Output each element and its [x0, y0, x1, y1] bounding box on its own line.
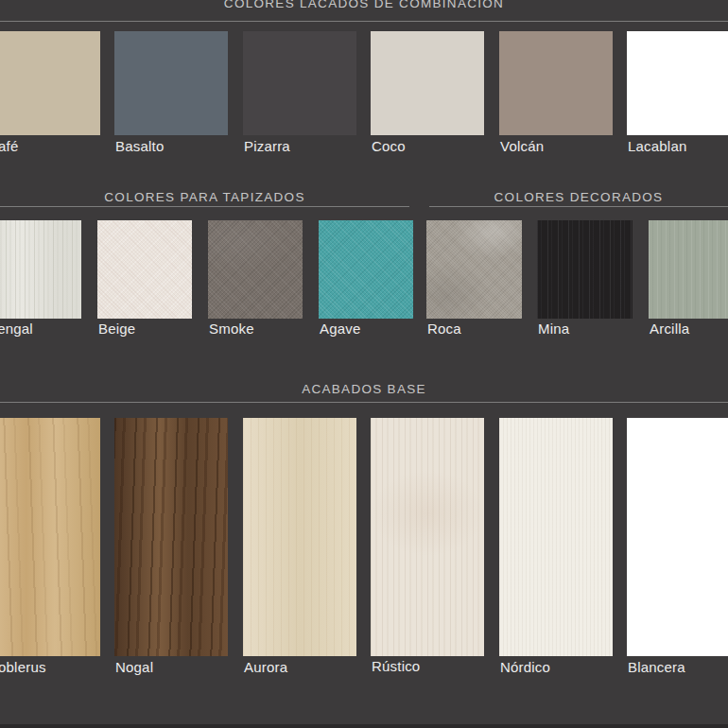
swatch-pizarra[interactable]	[243, 31, 356, 135]
swatch-roblerus[interactable]	[0, 418, 100, 656]
swatch-label-roca: Roca	[427, 321, 461, 337]
swatch-bengal[interactable]	[0, 220, 81, 319]
swatch-arcilla[interactable]	[649, 220, 728, 319]
swatch-label-cafe: Café	[0, 138, 19, 154]
swatch-label-basalto: Basalto	[115, 138, 164, 154]
section-title-lacados: COLORES LACADOS DE COMBINACIÓN	[0, 0, 728, 11]
swatch-rustico[interactable]	[371, 418, 484, 656]
section-rule-tapizados	[0, 206, 409, 207]
section-rule-lacados	[0, 21, 728, 22]
swatch-label-volcan: Volcán	[500, 138, 544, 154]
section-title-tapizados: COLORES PARA TAPIZADOS	[0, 190, 409, 205]
section-title-acabados: ACABADOS BASE	[0, 382, 728, 397]
swatch-label-beige: Beige	[98, 321, 135, 337]
swatch-label-mina: Mina	[538, 321, 569, 337]
swatch-label-lacablan: Lacablan	[628, 138, 687, 154]
swatch-label-bengal: Bengal	[0, 321, 33, 337]
swatch-volcan[interactable]	[499, 31, 613, 135]
swatch-beige[interactable]	[97, 220, 192, 319]
section-title-decorados: COLORES DECORADOS	[429, 190, 728, 205]
page-bottom-edge	[0, 724, 728, 728]
swatch-label-blancera: Blancera	[628, 659, 685, 675]
swatch-aurora[interactable]	[243, 418, 356, 656]
swatch-nordico[interactable]	[499, 418, 613, 656]
swatch-label-agave: Agave	[320, 321, 361, 337]
swatch-label-nordico: Nórdico	[500, 659, 550, 675]
swatch-label-pizarra: Pizarra	[244, 138, 290, 154]
section-rule-decorados	[429, 206, 728, 207]
finishes-catalog-page: COLORES LACADOS DE COMBINACIÓN Café Basa…	[0, 0, 728, 728]
swatch-basalto[interactable]	[114, 31, 228, 135]
swatch-cafe[interactable]	[0, 31, 100, 135]
swatch-agave[interactable]	[319, 220, 413, 319]
swatch-label-nogal: Nogal	[115, 659, 153, 675]
swatch-roca[interactable]	[426, 220, 522, 319]
swatch-label-arcilla: Arcilla	[650, 321, 689, 337]
swatch-mina[interactable]	[537, 220, 633, 319]
swatch-nogal[interactable]	[114, 418, 228, 656]
section-rule-acabados	[0, 402, 728, 403]
swatch-smoke[interactable]	[208, 220, 303, 319]
swatch-label-aurora: Aurora	[244, 659, 287, 675]
swatch-lacablan[interactable]	[627, 31, 728, 135]
swatch-label-roblerus: Roblerus	[0, 659, 46, 675]
swatch-label-rustico: Rústico	[372, 658, 420, 674]
swatch-label-smoke: Smoke	[209, 321, 254, 337]
swatch-blancera[interactable]	[627, 418, 728, 656]
swatch-label-coco: Coco	[372, 138, 406, 154]
swatch-coco[interactable]	[371, 31, 484, 135]
